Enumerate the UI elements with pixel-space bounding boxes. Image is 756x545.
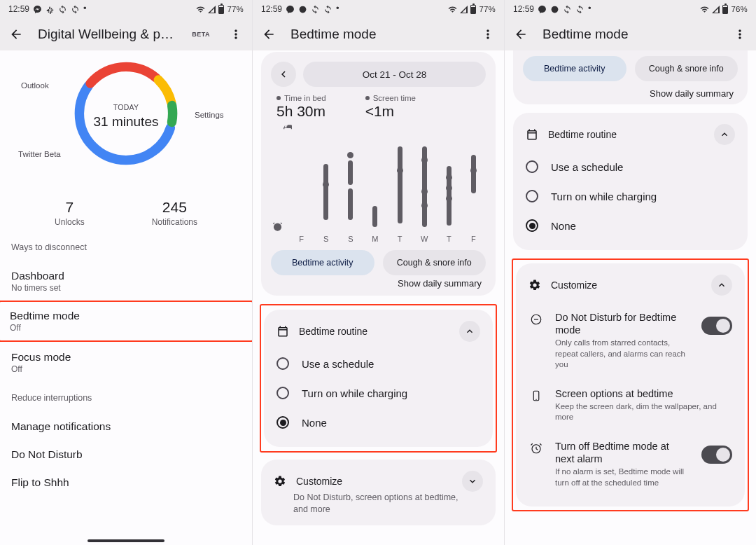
- option-turn-off-next-alarm[interactable]: Turn off Bedtime mode at next alarm If n…: [526, 432, 735, 497]
- unlocks-count: 7: [55, 199, 85, 216]
- notifications-count: 245: [152, 199, 197, 216]
- collapse-button[interactable]: [711, 275, 732, 296]
- item-dashboard-title: Dashboard: [11, 270, 241, 282]
- signal-icon: [208, 6, 216, 13]
- radio-icon: [526, 190, 538, 202]
- highlight-customize: Customize Do Not Disturb for Bedtime mod…: [512, 258, 749, 511]
- alarm-toggle[interactable]: [701, 446, 732, 464]
- collapse-button[interactable]: [459, 321, 480, 342]
- radio-icon: [526, 160, 538, 173]
- option-while-charging[interactable]: Turn on while charging: [523, 181, 738, 211]
- section-reduce: Reduce interruptions: [0, 382, 252, 413]
- phone-2: 12:59 • 77% Bedtime mode Oct 21 - Oct 28: [252, 0, 504, 545]
- bedtime-chart[interactable]: F S S M T W T F: [289, 138, 486, 243]
- tab-cough-snore[interactable]: Cough & snore info: [635, 56, 738, 81]
- messenger-icon: [33, 5, 42, 14]
- radio-icon-selected: [526, 219, 538, 232]
- more-button[interactable]: [731, 25, 749, 43]
- unlocks-stat[interactable]: 7 Unlocks: [55, 199, 85, 227]
- messenger-icon: [286, 5, 295, 14]
- page-title: Bedtime mode: [290, 27, 466, 42]
- more-button[interactable]: [227, 25, 245, 43]
- radio-icon-selected: [276, 416, 289, 429]
- day-label: F: [299, 235, 304, 243]
- option-while-charging[interactable]: Turn on while charging: [274, 378, 483, 408]
- option-dnd-bedtime[interactable]: Do Not Disturb for Bedtime mode Only cal…: [526, 303, 735, 379]
- customize-title: Customize: [551, 280, 701, 291]
- option-use-schedule[interactable]: Use a schedule: [274, 349, 483, 378]
- back-button[interactable]: [7, 25, 25, 43]
- battery-icon: [218, 5, 224, 14]
- nav-pill[interactable]: [88, 539, 164, 542]
- wifi-icon: [196, 5, 205, 14]
- back-button[interactable]: [260, 25, 278, 43]
- calendar-icon: [526, 128, 538, 141]
- battery-icon: [470, 5, 476, 14]
- st-value: <1m: [365, 103, 416, 120]
- item-manage-label: Manage notifications: [11, 420, 241, 433]
- tab-label: Cough & snore info: [649, 64, 724, 74]
- dnd-toggle[interactable]: [701, 317, 732, 335]
- item-focus-mode[interactable]: Focus mode Off: [0, 343, 252, 382]
- customize-card-collapsed[interactable]: Customize Do Not Disturb, screen options…: [261, 460, 496, 525]
- option-screen-bedtime[interactable]: Screen options at bedtime Keep the scree…: [526, 379, 735, 432]
- expand-button[interactable]: [462, 471, 483, 492]
- st-label: Screen time: [373, 94, 416, 102]
- bedtime-routine-card: Bedtime routine Use a schedule Turn on w…: [264, 310, 493, 447]
- routine-header[interactable]: Bedtime routine: [523, 123, 738, 152]
- battery-text: 77%: [479, 5, 496, 13]
- more-button[interactable]: [479, 25, 497, 43]
- item-flip-to-shhh[interactable]: Flip to Shhh: [0, 469, 252, 497]
- content: TODAY 31 minutes Outlook Settings Twitte…: [0, 50, 252, 545]
- app-bar: Bedtime mode: [253, 18, 504, 50]
- beta-badge: BETA: [192, 31, 210, 38]
- item-manage-notifications[interactable]: Manage notifications: [0, 413, 252, 441]
- gear-icon: [528, 279, 541, 291]
- item-bedtime-title: Bedtime mode: [10, 310, 241, 322]
- tab-bedtime-activity[interactable]: Bedtime activity: [271, 250, 374, 275]
- more-dot: •: [83, 3, 87, 13]
- date-range-chip[interactable]: Oct 21 - Oct 28: [303, 62, 486, 87]
- show-daily-summary-link[interactable]: Show daily summary: [271, 275, 486, 290]
- radio-icon: [276, 387, 289, 399]
- day-label: W: [421, 235, 428, 243]
- customize-title: Customize: [296, 476, 452, 487]
- option-none[interactable]: None: [274, 408, 483, 437]
- phone-3: 12:59 • 76% Bedtime mode Bedtime activit…: [504, 0, 756, 545]
- collapse-button[interactable]: [714, 124, 735, 145]
- donut-label-twitter: Twitter Beta: [18, 150, 61, 158]
- item-dashboard[interactable]: Dashboard No timers set: [0, 262, 252, 301]
- day-label: T: [398, 235, 402, 243]
- notifications-stat[interactable]: 245 Notifications: [152, 199, 197, 227]
- wifi-icon: [448, 5, 457, 14]
- phone-1: 12:59 • 77% Digital Wellbeing & pare… BE…: [0, 0, 252, 545]
- customize-header[interactable]: Customize: [526, 273, 735, 303]
- summary-label: Show daily summary: [398, 278, 482, 289]
- sync-icon-2: [575, 5, 584, 14]
- status-bar: 12:59 • 77%: [0, 0, 252, 18]
- show-daily-summary-link[interactable]: Show daily summary: [523, 81, 738, 100]
- routine-header[interactable]: Bedtime routine: [274, 319, 483, 349]
- page-title: Bedtime mode: [542, 27, 718, 42]
- summary-label: Show daily summary: [650, 88, 734, 99]
- back-button[interactable]: [512, 25, 530, 43]
- radio-icon: [276, 357, 289, 370]
- day-label: S: [348, 235, 353, 243]
- item-focus-title: Focus mode: [11, 351, 241, 364]
- item-do-not-disturb[interactable]: Do Not Disturb: [0, 441, 252, 469]
- dot-icon: [365, 96, 370, 100]
- signal-icon: [460, 6, 468, 13]
- content: Oct 21 - Oct 28 Time in bed 5h 30m Scree…: [253, 50, 504, 545]
- svg-point-6: [552, 6, 559, 13]
- tab-label: Bedtime activity: [544, 64, 606, 74]
- option-use-schedule[interactable]: Use a schedule: [523, 152, 738, 181]
- prev-week-button[interactable]: [271, 62, 296, 87]
- item-bedtime-mode[interactable]: Bedtime mode Off: [0, 301, 252, 342]
- tab-cough-snore[interactable]: Cough & snore info: [383, 250, 486, 275]
- option-none[interactable]: None: [523, 211, 738, 240]
- usage-donut[interactable]: TODAY 31 minutes Outlook Settings Twitte…: [0, 55, 252, 188]
- tab-bedtime-activity[interactable]: Bedtime activity: [523, 56, 626, 81]
- sync-icon-1: [563, 5, 572, 14]
- item-dnd-label: Do Not Disturb: [11, 448, 241, 461]
- wifi-icon: [700, 5, 709, 14]
